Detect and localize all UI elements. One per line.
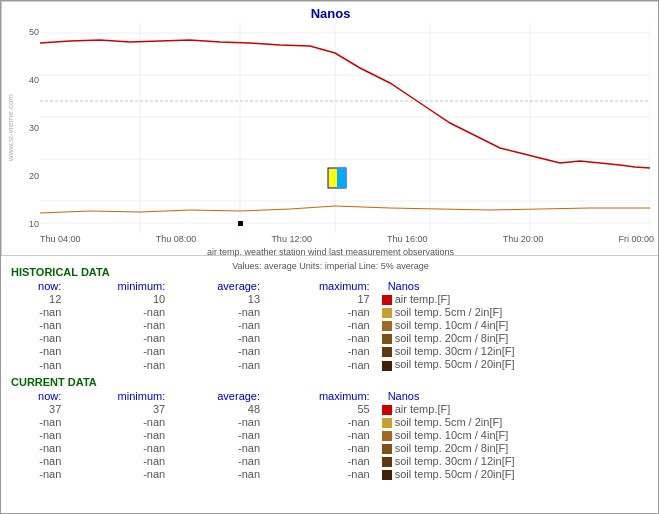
cell-avg: -nan — [173, 332, 268, 345]
y-axis: 50 40 30 20 10 — [17, 23, 39, 233]
cell-avg: -nan — [173, 345, 268, 358]
cell-avg: -nan — [173, 429, 268, 442]
cell-avg: 13 — [173, 293, 268, 306]
table-row: -nan -nan -nan -nan soil temp. 30cm / 12… — [11, 455, 648, 468]
cell-label: air temp.[F] — [378, 293, 648, 306]
chart-title: Nanos — [2, 2, 659, 21]
col-avg-c: average: — [173, 390, 268, 403]
col-max: maximum: — [268, 280, 378, 293]
cell-label: soil temp. 5cm / 2in[F] — [378, 306, 648, 319]
cell-max: -nan — [268, 306, 378, 319]
cell-max: -nan — [268, 429, 378, 442]
svg-rect-15 — [238, 221, 243, 226]
cell-label: soil temp. 10cm / 4in[F] — [378, 429, 648, 442]
cell-max: -nan — [268, 416, 378, 429]
color-box — [382, 418, 392, 428]
table-row: -nan -nan -nan -nan soil temp. 10cm / 4i… — [11, 429, 648, 442]
cell-avg: 48 — [173, 403, 268, 416]
table-row: -nan -nan -nan -nan soil temp. 5cm / 2in… — [11, 416, 648, 429]
col-name: Nanos — [378, 280, 648, 293]
cell-now: -nan — [11, 345, 69, 358]
color-box — [382, 321, 392, 331]
cell-now: 37 — [11, 403, 69, 416]
table-row: -nan -nan -nan -nan soil temp. 50cm / 20… — [11, 468, 648, 481]
cell-now: -nan — [11, 416, 69, 429]
col-avg: average: — [173, 280, 268, 293]
svg-rect-14 — [337, 168, 346, 188]
color-box — [382, 334, 392, 344]
cell-avg: -nan — [173, 319, 268, 332]
color-box — [382, 457, 392, 467]
cell-min: 10 — [69, 293, 173, 306]
color-box — [382, 470, 392, 480]
cell-now: -nan — [11, 319, 69, 332]
cell-avg: -nan — [173, 416, 268, 429]
cell-now: -nan — [11, 468, 69, 481]
table-row: -nan -nan -nan -nan soil temp. 5cm / 2in… — [11, 306, 648, 319]
table-row: -nan -nan -nan -nan soil temp. 20cm / 8i… — [11, 332, 648, 345]
cell-max: -nan — [268, 455, 378, 468]
table-row: -nan -nan -nan -nan soil temp. 30cm / 12… — [11, 345, 648, 358]
col-now-c: now: — [11, 390, 69, 403]
cell-min: -nan — [69, 468, 173, 481]
cell-label: soil temp. 5cm / 2in[F] — [378, 416, 648, 429]
color-box — [382, 347, 392, 357]
historical-table: now: minimum: average: maximum: Nanos 12… — [11, 280, 648, 372]
cell-min: -nan — [69, 306, 173, 319]
cell-max: -nan — [268, 358, 378, 371]
x-axis-labels: Thu 04:00 Thu 08:00 Thu 12:00 Thu 16:00 … — [2, 233, 659, 244]
col-min: minimum: — [69, 280, 173, 293]
cell-label: air temp.[F] — [378, 403, 648, 416]
chart-container: Nanos www.si-vreme.com 50 40 30 20 10 — [1, 1, 659, 256]
cell-now: -nan — [11, 332, 69, 345]
cell-max: -nan — [268, 442, 378, 455]
soil-line — [40, 206, 650, 213]
color-box — [382, 361, 392, 371]
cell-now: -nan — [11, 442, 69, 455]
si-vreme-label: www.si-vreme.com — [3, 23, 17, 233]
table-row: 12 10 13 17 air temp.[F] — [11, 293, 648, 306]
current-title: CURRENT DATA — [11, 376, 648, 388]
col-now: now: — [11, 280, 69, 293]
table-row: -nan -nan -nan -nan soil temp. 50cm / 20… — [11, 358, 648, 371]
temp-line — [40, 40, 650, 168]
cell-avg: -nan — [173, 468, 268, 481]
color-box — [382, 308, 392, 318]
cell-label: soil temp. 30cm / 12in[F] — [378, 345, 648, 358]
cell-label: soil temp. 20cm / 8in[F] — [378, 442, 648, 455]
color-box — [382, 295, 392, 305]
cell-min: -nan — [69, 332, 173, 345]
cell-now: -nan — [11, 429, 69, 442]
cell-label: soil temp. 10cm / 4in[F] — [378, 319, 648, 332]
cell-max: 55 — [268, 403, 378, 416]
cell-avg: -nan — [173, 442, 268, 455]
cell-min: -nan — [69, 455, 173, 468]
cell-avg: -nan — [173, 358, 268, 371]
cell-min: -nan — [69, 442, 173, 455]
cell-now: 12 — [11, 293, 69, 306]
legend: air temp. weather station wind last meas… — [2, 246, 659, 273]
cell-now: -nan — [11, 358, 69, 371]
cell-min: -nan — [69, 416, 173, 429]
cell-min: -nan — [69, 358, 173, 371]
cell-avg: -nan — [173, 306, 268, 319]
cell-now: -nan — [11, 306, 69, 319]
cell-avg: -nan — [173, 455, 268, 468]
current-table: now: minimum: average: maximum: Nanos 37… — [11, 390, 648, 482]
cell-now: -nan — [11, 455, 69, 468]
chart-svg — [40, 23, 650, 233]
col-name-c: Nanos — [378, 390, 648, 403]
color-box — [382, 444, 392, 454]
cell-max: -nan — [268, 345, 378, 358]
color-box — [382, 431, 392, 441]
cell-label: soil temp. 30cm / 12in[F] — [378, 455, 648, 468]
col-min-c: minimum: — [69, 390, 173, 403]
cell-label: soil temp. 50cm / 20in[F] — [378, 358, 648, 371]
table-row: -nan -nan -nan -nan soil temp. 20cm / 8i… — [11, 442, 648, 455]
cell-max: -nan — [268, 332, 378, 345]
historical-section: HISTORICAL DATA now: minimum: average: m… — [11, 266, 648, 372]
main-container: Nanos www.si-vreme.com 50 40 30 20 10 — [0, 0, 659, 514]
cell-max: -nan — [268, 468, 378, 481]
cell-label: soil temp. 50cm / 20in[F] — [378, 468, 648, 481]
table-row: 37 37 48 55 air temp.[F] — [11, 403, 648, 416]
